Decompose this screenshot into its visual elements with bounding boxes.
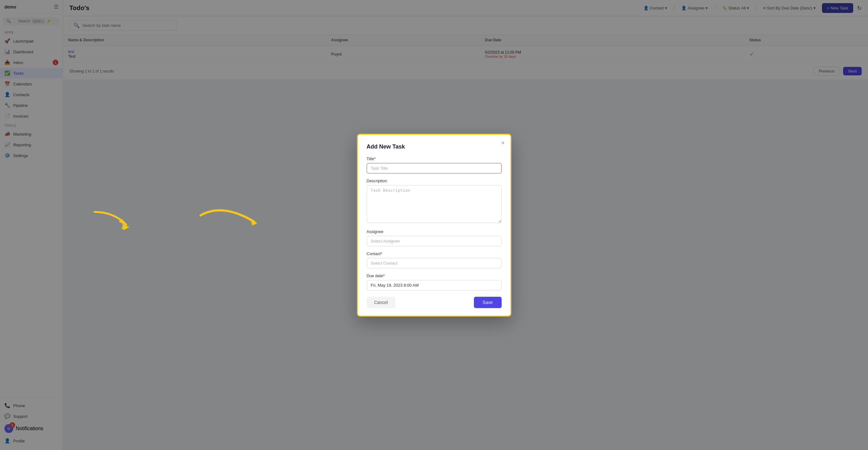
assignee-label: Assignee (367, 229, 502, 234)
svg-marker-1 (250, 218, 257, 226)
modal-overlay[interactable]: Add New Task × Title* Description Assign… (0, 0, 868, 450)
description-form-group: Description (367, 179, 502, 224)
contact-label: Contact* (367, 251, 502, 256)
due-date-form-group: Due date* Fri, May 19, 2023 8:00 AM (367, 273, 502, 291)
modal-close-button[interactable]: × (501, 140, 505, 146)
save-button[interactable]: Save (474, 297, 502, 308)
add-task-modal: Add New Task × Title* Description Assign… (357, 134, 512, 317)
description-label: Description (367, 179, 502, 183)
task-description-input[interactable] (367, 185, 502, 223)
contact-form-group: Contact* Select Contact (367, 251, 502, 268)
task-title-input[interactable] (367, 163, 502, 174)
modal-actions: Cancel Save (367, 297, 502, 308)
title-form-group: Title* (367, 156, 502, 174)
assignee-select[interactable]: Select Assignee (367, 236, 502, 246)
modal-title: Add New Task (367, 144, 502, 150)
due-date-display[interactable]: Fri, May 19, 2023 8:00 AM (367, 280, 502, 291)
due-date-label: Due date* (367, 273, 502, 278)
assignee-form-group: Assignee Select Assignee (367, 229, 502, 246)
cancel-button[interactable]: Cancel (367, 297, 396, 308)
contact-select[interactable]: Select Contact (367, 258, 502, 268)
title-label: Title* (367, 156, 502, 161)
